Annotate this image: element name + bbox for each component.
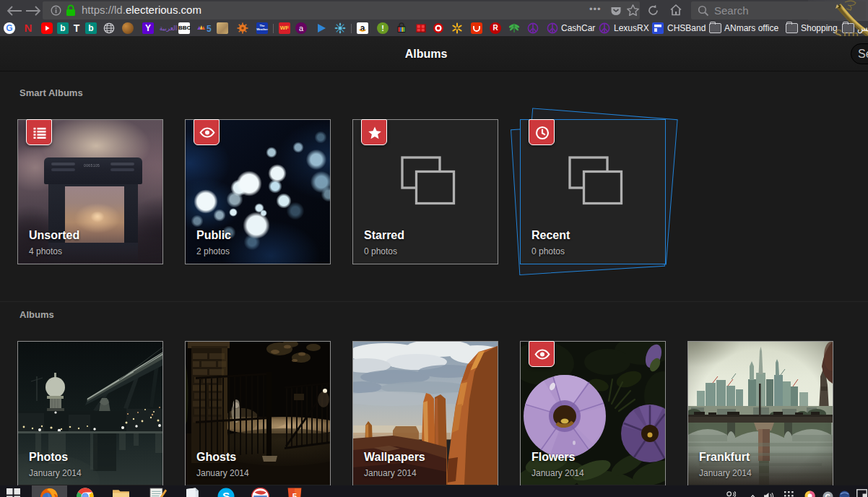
svg-text:G: G <box>825 493 831 497</box>
svg-text:5: 5 <box>207 24 212 34</box>
svg-text:5: 5 <box>292 492 298 497</box>
svg-text:S: S <box>222 490 230 497</box>
